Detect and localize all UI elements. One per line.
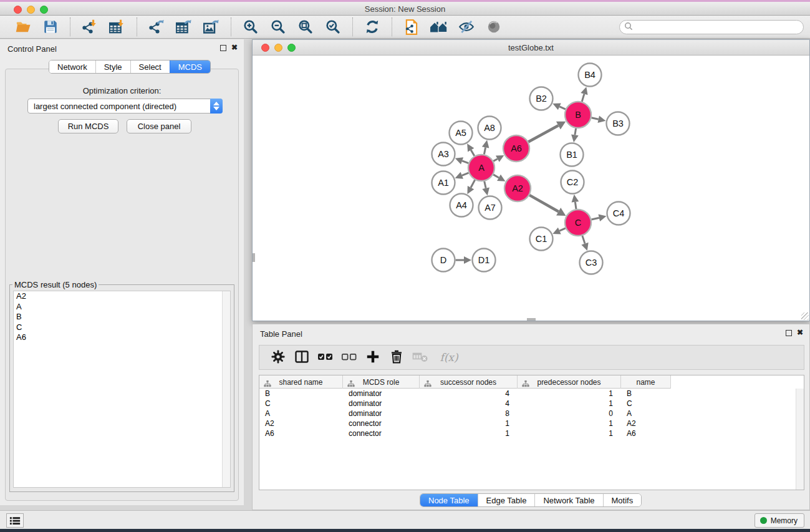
graph-node-C3[interactable]: C3 (580, 251, 603, 274)
hide-graphics-details-button[interactable] (457, 17, 476, 36)
table-cell[interactable]: dominator (343, 409, 420, 418)
table-cell[interactable]: 4 (420, 399, 518, 409)
table-scrollbar[interactable] (796, 389, 804, 490)
table-cell[interactable]: B (621, 389, 671, 399)
graph-node-B3[interactable]: B3 (607, 112, 630, 135)
import-table-button[interactable] (108, 17, 127, 36)
table-cell[interactable]: 8 (420, 409, 518, 418)
table-row[interactable]: A6connector11A6 (259, 428, 796, 438)
edge-C-C1[interactable] (559, 228, 566, 231)
mcds-result-item[interactable]: C (14, 322, 230, 333)
graph-node-A[interactable]: A (468, 155, 494, 181)
edge-A-A3[interactable] (462, 161, 468, 163)
window-resize-grip[interactable] (801, 312, 809, 320)
graph-node-A3[interactable]: A3 (432, 143, 455, 166)
show-graphics-details-button[interactable] (485, 17, 503, 36)
table-cell[interactable]: connector (343, 428, 420, 438)
tab-node-table[interactable]: Node Table (420, 494, 478, 506)
graph-node-B1[interactable]: B1 (561, 143, 584, 167)
select-all-columns-button[interactable] (317, 349, 334, 366)
edge-A-A4[interactable] (471, 180, 475, 187)
table-cell[interactable]: dominator (343, 389, 420, 399)
splitter-handle-bottom[interactable] (527, 318, 536, 321)
zoom-selected-button[interactable] (324, 17, 342, 36)
edge-B-B3[interactable] (591, 118, 598, 119)
column-header-predecessor-nodes[interactable]: predecessor nodes (518, 375, 621, 389)
table-cell[interactable]: 1 (518, 418, 621, 428)
graph-node-D1[interactable]: D1 (473, 249, 496, 272)
show-columns-button[interactable] (293, 349, 311, 366)
table-cell[interactable]: B (259, 389, 343, 399)
tab-edge-table[interactable]: Edge Table (478, 494, 535, 506)
graph-node-A2[interactable]: A2 (504, 175, 531, 201)
edge-A-A7[interactable] (485, 181, 486, 188)
edge-B-B2[interactable] (559, 107, 566, 109)
run-mcds-button[interactable]: Run MCDS (58, 119, 118, 133)
network-window-titlebar[interactable]: testGlobe.txt (253, 40, 809, 56)
memory-button[interactable]: Memory (755, 513, 804, 528)
zoom-in-button[interactable] (241, 17, 260, 36)
edge-A-A8[interactable] (484, 147, 485, 154)
table-cell[interactable]: 4 (420, 389, 518, 399)
edge-B-B1[interactable] (575, 128, 576, 135)
mcds-result-item[interactable]: B (14, 312, 230, 322)
tab-mcds[interactable]: MCDS (170, 60, 210, 73)
edge-A-A2[interactable] (493, 175, 499, 178)
edge-A-A5[interactable] (471, 150, 475, 156)
table-cell[interactable]: 1 (420, 418, 518, 428)
graph-node-C2[interactable]: C2 (561, 171, 584, 194)
edge-A6-B[interactable] (528, 125, 558, 142)
graph-node-A1[interactable]: A1 (432, 172, 455, 195)
network-graph[interactable]: B4B2BB3A8A5A6A3B1AA1C2A2A4A7C4CC1DD1C3 (253, 56, 809, 321)
table-cell[interactable]: 1 (518, 389, 621, 399)
table-cell[interactable]: dominator (343, 399, 420, 409)
zoom-out-button[interactable] (269, 17, 287, 36)
float-table-panel-icon[interactable] (786, 330, 792, 336)
mcds-result-item[interactable]: A (14, 302, 230, 312)
table-cell[interactable]: 1 (518, 428, 621, 438)
save-session-button[interactable] (41, 17, 60, 36)
table-cell[interactable]: A6 (621, 428, 671, 438)
network-from-file-button[interactable] (402, 17, 421, 36)
table-cell[interactable]: A2 (259, 418, 343, 428)
column-header-shared-name[interactable]: shared name (259, 375, 343, 389)
import-network-button[interactable] (80, 17, 99, 36)
search-box[interactable] (619, 20, 804, 34)
tab-style[interactable]: Style (95, 60, 130, 73)
graph-node-C[interactable]: C (565, 210, 591, 236)
column-header-MCDS-role[interactable]: MCDS role (343, 375, 420, 389)
edge-A-A1[interactable] (462, 173, 469, 175)
search-input[interactable] (636, 21, 803, 33)
table-cell[interactable]: A2 (621, 418, 671, 428)
delete-columns-button[interactable] (388, 349, 405, 366)
tab-select[interactable]: Select (130, 60, 170, 73)
table-cell[interactable]: C (621, 399, 671, 409)
graph-node-D[interactable]: D (432, 249, 455, 272)
mcds-result-list[interactable]: A2ABCA6 (13, 291, 231, 488)
table-row[interactable]: Cdominator41C (259, 399, 796, 409)
edge-C-C3[interactable] (582, 236, 585, 244)
column-header-name[interactable]: name (621, 375, 671, 389)
task-history-button[interactable] (6, 513, 24, 528)
graph-node-B4[interactable]: B4 (579, 64, 602, 87)
optimization-criterion-select[interactable]: largest connected component (directed) (27, 99, 223, 114)
float-panel-icon[interactable] (220, 45, 226, 51)
graph-node-A8[interactable]: A8 (478, 117, 501, 140)
edge-C-C4[interactable] (591, 218, 599, 220)
export-image-button[interactable] (202, 17, 221, 36)
table-row[interactable]: A2connector11A2 (259, 418, 796, 428)
graph-node-B2[interactable]: B2 (530, 87, 553, 110)
table-cell[interactable]: C (259, 399, 343, 409)
table-cell[interactable]: 0 (518, 409, 621, 418)
graph-node-C1[interactable]: C1 (530, 228, 553, 251)
zoom-fit-button[interactable] (296, 17, 315, 36)
close-panel-icon[interactable]: ✖ (231, 43, 238, 52)
export-table-button[interactable] (175, 17, 193, 36)
mcds-list-scrollbar[interactable] (222, 291, 230, 487)
edge-B-B4[interactable] (582, 94, 584, 102)
table-cell[interactable]: A (621, 409, 671, 418)
edge-A-A6[interactable] (493, 159, 498, 162)
graph-node-B[interactable]: B (565, 102, 591, 128)
create-column-button[interactable] (364, 349, 382, 366)
graph-node-A5[interactable]: A5 (450, 122, 473, 145)
